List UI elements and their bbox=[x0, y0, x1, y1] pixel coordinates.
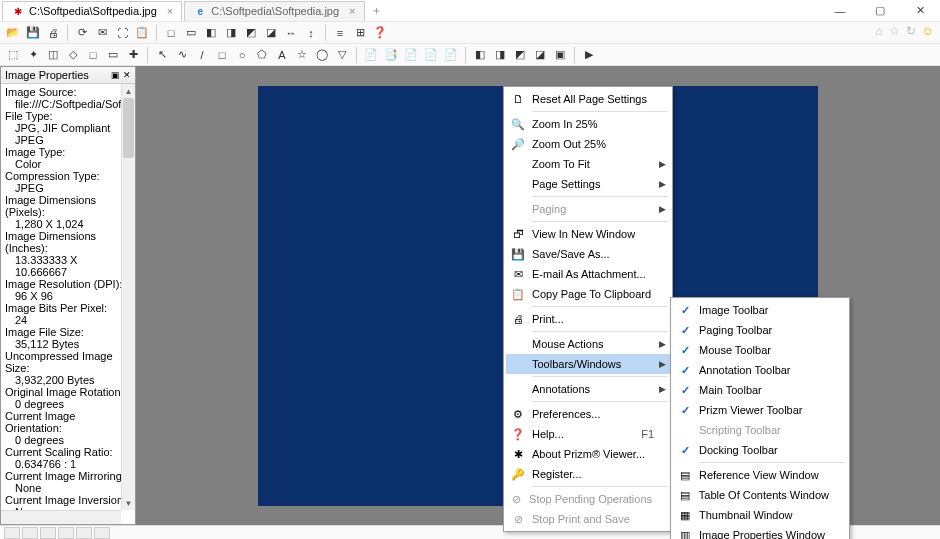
ctx-item-reset-all-page-settings[interactable]: 🗋Reset All Page Settings bbox=[506, 89, 670, 109]
ctx-item-zoom-in-25[interactable]: 🔍Zoom In 25% bbox=[506, 114, 670, 134]
anno-toolbar-button-28[interactable]: ◪ bbox=[531, 46, 549, 64]
main-toolbar-button-20[interactable]: ❓ bbox=[371, 24, 389, 42]
anno-toolbar-button-11[interactable]: □ bbox=[213, 46, 231, 64]
ctx-item-view-in-new-window[interactable]: 🗗View In New Window bbox=[506, 224, 670, 244]
ctx-item-mouse-actions[interactable]: Mouse Actions▶ bbox=[506, 334, 670, 354]
main-toolbar-button-7[interactable]: 📋 bbox=[133, 24, 151, 42]
ctx-item-print[interactable]: 🖨Print... bbox=[506, 309, 670, 329]
bottom-tab-1[interactable] bbox=[4, 527, 20, 539]
sub-item-image-toolbar[interactable]: ✓Image Toolbar bbox=[673, 300, 847, 320]
sub-item-annotation-toolbar[interactable]: ✓Annotation Toolbar bbox=[673, 360, 847, 380]
sub-item-thumbnail-window[interactable]: ▦Thumbnail Window bbox=[673, 505, 847, 525]
anno-toolbar-button-31[interactable]: ▶ bbox=[580, 46, 598, 64]
bottom-tab-5[interactable] bbox=[76, 527, 92, 539]
sub-item-mouse-toolbar[interactable]: ✓Mouse Toolbar bbox=[673, 340, 847, 360]
anno-toolbar-button-16[interactable]: ◯ bbox=[313, 46, 331, 64]
main-toolbar-button-11[interactable]: ◧ bbox=[202, 24, 220, 42]
anno-toolbar-button-9[interactable]: ∿ bbox=[173, 46, 191, 64]
main-toolbar-button-0[interactable]: 📂 bbox=[4, 24, 22, 42]
ctx-item-help[interactable]: ❓Help...F1 bbox=[506, 424, 670, 444]
anno-toolbar-button-23[interactable]: 📄 bbox=[442, 46, 460, 64]
sub-item-paging-toolbar[interactable]: ✓Paging Toolbar bbox=[673, 320, 847, 340]
sub-item-docking-toolbar[interactable]: ✓Docking Toolbar bbox=[673, 440, 847, 460]
anno-toolbar-button-20[interactable]: 📑 bbox=[382, 46, 400, 64]
anno-toolbar-button-21[interactable]: 📄 bbox=[402, 46, 420, 64]
tab-1[interactable]: e C:\Softpedia\Softpedia.jpg × bbox=[184, 1, 364, 21]
ctx-item-toolbars-windows[interactable]: Toolbars/Windows▶ bbox=[506, 354, 670, 374]
scroll-thumb[interactable] bbox=[123, 98, 134, 158]
bottom-tab-2[interactable] bbox=[22, 527, 38, 539]
scroll-down-icon[interactable]: ▼ bbox=[122, 496, 135, 510]
anno-toolbar-button-15[interactable]: ☆ bbox=[293, 46, 311, 64]
anno-toolbar-button-26[interactable]: ◨ bbox=[491, 46, 509, 64]
maximize-button[interactable]: ▢ bbox=[860, 0, 900, 22]
sub-item-main-toolbar[interactable]: ✓Main Toolbar bbox=[673, 380, 847, 400]
sub-item-reference-view-window[interactable]: ▤Reference View Window bbox=[673, 465, 847, 485]
anno-toolbar-button-19[interactable]: 📄 bbox=[362, 46, 380, 64]
main-toolbar-button-16[interactable]: ↕ bbox=[302, 24, 320, 42]
tab-0-close-icon[interactable]: × bbox=[167, 5, 173, 17]
main-toolbar-button-18[interactable]: ≡ bbox=[331, 24, 349, 42]
ctx-item-e-mail-as-attachment[interactable]: ✉E-mail As Attachment... bbox=[506, 264, 670, 284]
scroll-up-icon[interactable]: ▲ bbox=[122, 84, 135, 98]
main-toolbar-button-4[interactable]: ⟳ bbox=[73, 24, 91, 42]
anno-toolbar-button-12[interactable]: ○ bbox=[233, 46, 251, 64]
anno-toolbar-button-4[interactable]: □ bbox=[84, 46, 102, 64]
anno-toolbar-button-0[interactable]: ⬚ bbox=[4, 46, 22, 64]
anno-toolbar-button-2[interactable]: ◫ bbox=[44, 46, 62, 64]
ctx-item-zoom-to-fit[interactable]: Zoom To Fit▶ bbox=[506, 154, 670, 174]
panel-vscrollbar[interactable]: ▲ ▼ bbox=[121, 84, 135, 510]
main-toolbar-button-10[interactable]: ▭ bbox=[182, 24, 200, 42]
main-toolbar-button-15[interactable]: ↔ bbox=[282, 24, 300, 42]
anno-toolbar-button-13[interactable]: ⬠ bbox=[253, 46, 271, 64]
refresh-icon[interactable]: ↻ bbox=[906, 24, 916, 38]
ctx-item-preferences[interactable]: ⚙Preferences... bbox=[506, 404, 670, 424]
bottom-tab-3[interactable] bbox=[40, 527, 56, 539]
anno-toolbar-button-17[interactable]: ▽ bbox=[333, 46, 351, 64]
anno-toolbar-button-3[interactable]: ◇ bbox=[64, 46, 82, 64]
anno-toolbar-button-6[interactable]: ✚ bbox=[124, 46, 142, 64]
panel-pin-icon[interactable]: ▣ ✕ bbox=[111, 70, 131, 80]
sub-item-prizm-viewer-toolbar[interactable]: ✓Prizm Viewer Toolbar bbox=[673, 400, 847, 420]
ctx-item-register[interactable]: 🔑Register... bbox=[506, 464, 670, 484]
ctx-item-annotations[interactable]: Annotations▶ bbox=[506, 379, 670, 399]
main-toolbar-button-2[interactable]: 🖨 bbox=[44, 24, 62, 42]
main-toolbar-button-13[interactable]: ◩ bbox=[242, 24, 260, 42]
main-toolbar-button-9[interactable]: □ bbox=[162, 24, 180, 42]
anno-toolbar-button-8[interactable]: ↖ bbox=[153, 46, 171, 64]
anno-toolbar-button-29[interactable]: ▣ bbox=[551, 46, 569, 64]
close-button[interactable]: ✕ bbox=[900, 0, 940, 22]
anno-toolbar-button-10[interactable]: / bbox=[193, 46, 211, 64]
ctx-item-page-settings[interactable]: Page Settings▶ bbox=[506, 174, 670, 194]
bottom-tab-4[interactable] bbox=[58, 527, 74, 539]
main-toolbar-button-12[interactable]: ◨ bbox=[222, 24, 240, 42]
ctx-item-copy-page-to-clipboard[interactable]: 📋Copy Page To Clipboard bbox=[506, 284, 670, 304]
anno-toolbar-button-27[interactable]: ◩ bbox=[511, 46, 529, 64]
sub-item-table-of-contents-window[interactable]: ▤Table Of Contents Window bbox=[673, 485, 847, 505]
sub-item-image-properties-window[interactable]: ▥Image Properties Window bbox=[673, 525, 847, 539]
main-toolbar-button-5[interactable]: ✉ bbox=[93, 24, 111, 42]
bottom-tab-6[interactable] bbox=[94, 527, 110, 539]
Zoom In 25%-icon: 🔍 bbox=[510, 116, 526, 132]
main-toolbar-button-6[interactable]: ⛶ bbox=[113, 24, 131, 42]
menu-item-label: Stop Print and Save bbox=[532, 513, 630, 525]
ctx-item-about-prizm-viewer[interactable]: ✱About Prizm® Viewer... bbox=[506, 444, 670, 464]
main-toolbar-button-1[interactable]: 💾 bbox=[24, 24, 42, 42]
panel-hscrollbar[interactable] bbox=[1, 510, 121, 524]
minimize-button[interactable]: — bbox=[820, 0, 860, 22]
favorites-icon[interactable]: ☆ bbox=[889, 24, 900, 38]
tab-0[interactable]: ✱ C:\Softpedia\Softpedia.jpg × bbox=[2, 1, 182, 21]
anno-toolbar-button-14[interactable]: A bbox=[273, 46, 291, 64]
tab-1-close-icon[interactable]: × bbox=[349, 5, 355, 17]
anno-toolbar-button-25[interactable]: ◧ bbox=[471, 46, 489, 64]
anno-toolbar-button-5[interactable]: ▭ bbox=[104, 46, 122, 64]
new-tab-button[interactable]: ＋ bbox=[371, 3, 382, 18]
ctx-item-save-save-as[interactable]: 💾Save/Save As... bbox=[506, 244, 670, 264]
main-toolbar-button-19[interactable]: ⊞ bbox=[351, 24, 369, 42]
anno-toolbar-button-22[interactable]: 📄 bbox=[422, 46, 440, 64]
main-toolbar-button-14[interactable]: ◪ bbox=[262, 24, 280, 42]
feedback-icon[interactable]: ☺ bbox=[922, 24, 934, 38]
ctx-item-zoom-out-25[interactable]: 🔎Zoom Out 25% bbox=[506, 134, 670, 154]
anno-toolbar-button-1[interactable]: ✦ bbox=[24, 46, 42, 64]
home-icon[interactable]: ⌂ bbox=[875, 24, 882, 38]
